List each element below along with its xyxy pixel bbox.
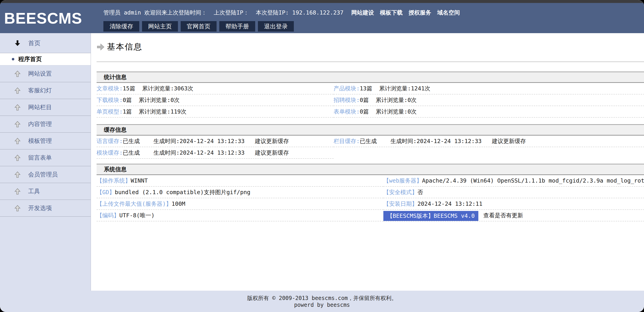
arrow-up-icon [14,121,21,128]
header-button[interactable]: 清除缓存 [104,21,139,31]
info-cell: 下载模块:0篇 累计浏览量:0次 [96,94,334,106]
sidebar-item-label: 会员管理员 [28,171,58,178]
header-link[interactable]: 域名空间 [437,9,460,16]
arrow-up-icon [14,205,21,212]
sidebar-item-label: 开发选项 [28,204,52,212]
sidebar-item-label: 网站栏目 [28,103,52,111]
info-label-link[interactable]: 文章模块: [96,85,123,92]
sidebar-item[interactable]: 网站设置 [0,65,91,82]
info-value: WINNT [131,177,148,184]
sidebar-item-label: 模板管理 [28,137,52,145]
info-label-link[interactable]: 表单模块: [334,108,360,115]
info-row: 【操作系统】WINNT【web服务器】Apache/2.4.39 (Win64)… [96,175,644,187]
section-system: 系统信息【操作系统】WINNT【web服务器】Apache/2.4.39 (Wi… [96,164,644,221]
sidebar-item[interactable]: 工具 [0,183,91,200]
check-update-link[interactable]: 查看是否有更新 [483,212,523,219]
info-label-link[interactable]: 【web服务器】 [383,177,422,184]
arrow-up-icon [14,87,21,94]
header-button[interactable]: 官网首页 [181,21,216,31]
header-button[interactable]: 网站主页 [142,21,178,31]
footer: 版权所有 © 2009-2013 beescms.com，并保留所有权利。 po… [0,291,644,312]
header-link[interactable]: 授权服务 [408,9,431,16]
section-rows: 【操作系统】WINNT【web服务器】Apache/2.4.39 (Win64)… [96,175,644,221]
info-label-link[interactable]: 【安全模式】 [383,189,418,196]
copyright-text: 版权所有 © 2009-2013 beescms.com，并保留所有权利。 [0,295,644,302]
bullet-icon [12,58,14,60]
sidebar-item-label: 网站设置 [28,70,52,78]
info-cell: 【上传文件最大值(服务器)】100M [96,198,383,210]
sidebar-item[interactable]: 客服幻灯 [0,82,91,99]
section-rows: 文章模块:15篇 累计浏览量:3063次产品模块:13篇 累计浏览量:1241次… [96,83,644,118]
info-label-link[interactable]: 招聘模块: [334,97,360,103]
arrow-up-icon [14,104,21,111]
sidebar-item[interactable]: 模板管理 [0,133,91,149]
info-label-link[interactable]: 【GD】 [96,189,115,196]
section-header: 统计信息 [96,71,644,83]
arrow-up-icon [14,171,21,178]
sidebar-item-home[interactable]: 首页 [0,33,91,53]
window-top-strip [0,0,644,3]
arrow-up-icon [14,70,21,77]
arrow-right-icon [96,43,105,51]
sidebar-item[interactable]: 网站栏目 [0,99,91,116]
info-value: 已生成 生成时间:2024-12-24 13:12:33 建议更新缓存 [360,138,526,144]
sidebar-item[interactable]: 开发选项 [0,200,91,217]
sidebar-item-program-home[interactable]: 程序首页 [0,53,91,65]
sidebar-item-label: 首页 [28,39,40,47]
header-button[interactable]: 帮助手册 [219,21,255,31]
section-header: 缓存信息 [96,124,644,136]
info-value: 15篇 累计浏览量:3063次 [123,85,193,92]
header-link[interactable]: 模板下载 [380,9,403,16]
header: BEESCMS 管理员 admin 欢迎回来上次登陆时间： 上次登陆IP： 本次… [0,3,644,33]
info-label-link[interactable]: 【编码】 [96,212,119,219]
info-value: 已生成 生成时间:2024-12-24 13:12:33 建议更新缓存 [123,149,289,156]
info-value: Apache/2.4.39 (Win64) OpenSSL/1.1.1b mod… [422,177,644,184]
info-value: UTF-8(唯一) [119,212,154,219]
header-links: 网站建设模板下载授权服务域名空间 [351,9,460,16]
sidebar-item[interactable]: 会员管理员 [0,166,91,183]
sidebar-item-label: 留言表单 [28,154,52,162]
info-label-link[interactable]: 【安装日期】 [383,201,418,207]
info-label-link[interactable]: 模块缓存: [96,149,123,156]
info-cell: 语言缓存:已生成 生成时间:2024-12-24 13:12:33 建议更新缓存 [96,136,334,147]
logo: BEESCMS [4,9,82,27]
info-row: 语言缓存:已生成 生成时间:2024-12-24 13:12:33 建议更新缓存… [96,136,644,147]
header-button[interactable]: 退出登录 [258,21,294,31]
info-value: 0篇 累计浏览量:0次 [360,108,416,115]
info-label-link[interactable]: 语言缓存: [96,138,123,144]
page-title: 基本信息 [107,41,142,52]
arrow-up-icon [14,188,21,195]
info-label-link[interactable]: 产品模块: [334,85,360,92]
admin-info-text: 管理员 admin 欢迎回来上次登陆时间： 上次登陆IP： 本次登陆IP: 19… [104,9,344,16]
info-cell: 【GD】bundled (2.1.0 compatible)支持图片gif/pn… [96,187,383,198]
info-label-link[interactable]: 【操作系统】 [96,177,131,184]
sidebar-item[interactable]: 内容管理 [0,116,91,133]
info-label-link[interactable]: 下载模块: [96,97,123,103]
sidebar-item-label: 工具 [28,187,40,195]
header-link[interactable]: 网站建设 [351,9,374,16]
arrow-down-icon [14,40,21,46]
info-value: 0篇 累计浏览量:0次 [360,97,416,103]
info-cell: 【web服务器】Apache/2.4.39 (Win64) OpenSSL/1.… [383,175,644,187]
info-cell: 模块缓存:已生成 生成时间:2024-12-24 13:12:33 建议更新缓存 [96,147,334,159]
info-label-link[interactable]: 【上传文件最大值(服务器)】 [96,201,172,207]
version-badge: 【BEESCMS版本】BEESCMS v4.0 [383,211,478,221]
info-value: bundled (2.1.0 compatible)支持图片gif/png [115,189,250,196]
info-cell: 表单模块:0篇 累计浏览量:0次 [334,106,644,118]
info-label-link[interactable]: 单页模型: [96,108,123,115]
info-row: 下载模块:0篇 累计浏览量:0次招聘模块:0篇 累计浏览量:0次 [96,94,644,106]
info-cell: 【操作系统】WINNT [96,175,383,187]
sidebar-items: 网站设置客服幻灯网站栏目内容管理模板管理留言表单会员管理员工具开发选项 [0,65,91,217]
admin-info: 管理员 admin 欢迎回来上次登陆时间： 上次登陆IP： 本次登陆IP: 19… [104,9,640,16]
sidebar-item-label: 客服幻灯 [28,86,52,94]
info-row: 单页模型:1篇 累计浏览量:119次表单模块:0篇 累计浏览量:0次 [96,106,644,118]
section-header: 系统信息 [96,164,644,175]
info-cell: 栏目缓存:已生成 生成时间:2024-12-24 13:12:33 建议更新缓存 [334,136,644,147]
section-cache: 缓存信息语言缓存:已生成 生成时间:2024-12-24 13:12:33 建议… [96,124,644,159]
info-label-link[interactable]: 栏目缓存: [334,138,360,144]
info-row: 【编码】UTF-8(唯一)【BEESCMS版本】BEESCMS v4.0查看是否… [96,210,644,221]
info-row: 【上传文件最大值(服务器)】100M【安装日期】2024-12-24 13:12… [96,198,644,210]
sidebar-item[interactable]: 留言表单 [0,149,91,166]
info-value: 13篇 累计浏览量:1241次 [360,85,430,92]
info-cell: 【安装日期】2024-12-24 13:12:11 [383,198,644,210]
